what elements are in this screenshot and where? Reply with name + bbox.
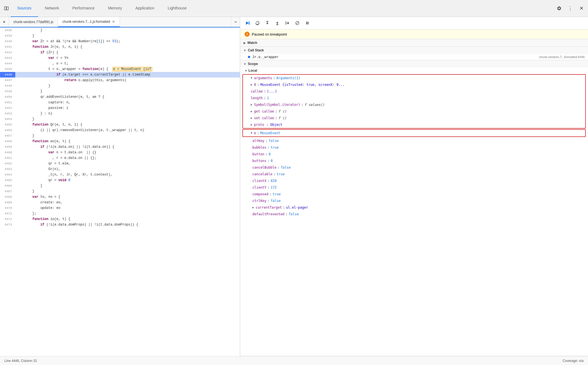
call-stack-arrow-icon: ▼	[243, 49, 246, 52]
settings-icon[interactable]	[555, 4, 564, 13]
symbol-iterator-key: Symbol(Symbol.iterator)	[254, 102, 300, 107]
scope-panel[interactable]: ▼ Local ▼ arguments : Arguments(1) ▶ 0 :	[240, 68, 588, 356]
buttons-key: buttons	[252, 158, 267, 163]
code-editor[interactable]: 4438 }4439 }4440 var Zr = at && !(re && …	[0, 28, 240, 356]
ctrlkey-key: ctrlKey	[252, 198, 267, 203]
clientx-row[interactable]: clientX : 828	[240, 178, 588, 184]
line-number: 4440	[0, 39, 15, 44]
call-stack-header[interactable]: ▼ Call Stack	[240, 47, 588, 54]
line-content: create: eo,	[15, 200, 240, 205]
code-line: 4473 if (!i(e.data.domProps) || !i(t.dat…	[0, 222, 240, 228]
code-line: 4444 , o = t;	[0, 61, 240, 66]
tab-network[interactable]: Network	[38, 0, 66, 17]
deactivate-breakpoints-icon[interactable]	[293, 19, 301, 27]
resume-button[interactable]	[243, 19, 251, 27]
tab-memory[interactable]: Memory	[101, 0, 129, 17]
status-coverage: Coverage: n/a	[563, 359, 584, 363]
button-row[interactable]: button : 0	[240, 151, 588, 158]
panel-toggle-icon[interactable]	[2, 0, 11, 17]
length-key: length	[251, 96, 263, 101]
e-expand-icon[interactable]: ▼	[251, 131, 252, 136]
svg-point-6	[257, 24, 258, 25]
local-header[interactable]: ▼ Local	[240, 68, 588, 74]
arguments-0-val: MouseEvent {isTrusted: true, screenX: 9.…	[260, 82, 345, 87]
e-key: e	[254, 131, 256, 136]
arguments-row[interactable]: ▼ arguments : Arguments(1)	[243, 75, 585, 81]
more-options-icon[interactable]: ⋮	[566, 4, 575, 13]
debug-panel: i Paused on breakpoint ▶ Watch ▼ Call St…	[240, 17, 588, 356]
code-line: 4443 var r = Yn	[0, 55, 240, 61]
code-line: 4470 update: eo	[0, 205, 240, 211]
defaultprevented-val: false	[289, 212, 299, 217]
symbol-iterator-row[interactable]: ▶ Symbol(Symbol.iterator) : f values()	[243, 101, 585, 108]
set-callee-row[interactable]: ▶ set callee : f ()	[243, 115, 585, 121]
tab-application[interactable]: Application	[129, 0, 161, 17]
tab-sources[interactable]: Sources	[11, 0, 38, 17]
main-layout: chunk-vendors.77daf991.js chunk-vendors.…	[0, 17, 588, 356]
clientx-val: 828	[271, 178, 277, 183]
cancelbubble-row[interactable]: cancelBubble : false	[240, 164, 588, 171]
watch-header[interactable]: ▶ Watch	[240, 39, 588, 46]
file-nav-left-icon[interactable]	[0, 17, 9, 27]
e-row[interactable]: ▼ e : MouseEvent	[243, 130, 585, 136]
ctrlkey-row[interactable]: ctrlKey : false	[240, 198, 588, 204]
get-callee-expand-icon[interactable]: ▶	[251, 109, 252, 114]
button-val: 0	[269, 152, 271, 157]
call-stack-fn-name: Jr.o._wrapper	[252, 55, 278, 59]
svg-marker-4	[256, 22, 257, 22]
currenttarget-expand-icon[interactable]: ▶	[252, 205, 254, 210]
proto-expand-icon[interactable]: ▶	[251, 122, 252, 127]
line-content: qr = void 0	[15, 178, 240, 183]
symbol-iterator-val: f values()	[304, 102, 324, 107]
line-content: var Zr = at && !(re && Number(re[1]) <= …	[15, 39, 240, 44]
line-number: 4449	[0, 89, 15, 94]
length-row[interactable]: length : 1	[243, 95, 585, 101]
composed-row[interactable]: composed : true	[240, 191, 588, 198]
step-into-button[interactable]	[263, 19, 271, 27]
step-over-button[interactable]	[253, 19, 261, 27]
code-line: 4442 if (Zr) {	[0, 50, 240, 55]
code-line: 4438 }	[0, 28, 240, 33]
tab-lighthouse[interactable]: Lighthouse	[161, 0, 194, 17]
code-line: 4461 , r = e.data.on || {};	[0, 155, 240, 161]
symbol-iterator-expand-icon[interactable]: ▶	[251, 102, 252, 107]
set-callee-expand-icon[interactable]: ▶	[251, 116, 252, 121]
arguments-0-row[interactable]: ▶ 0 : MouseEvent {isTrusted: true, scree…	[243, 81, 585, 88]
code-panel: chunk-vendors.77daf991.js chunk-vendors.…	[0, 17, 240, 356]
file-tab-more-icon[interactable]	[231, 17, 240, 27]
bubbles-row[interactable]: bubbles : true	[240, 144, 588, 151]
line-content: , r = e.data.on || {};	[15, 155, 240, 161]
line-number: 4454	[0, 116, 15, 122]
step-button[interactable]	[283, 19, 291, 27]
defaultprevented-row[interactable]: defaultPrevented : false	[240, 211, 588, 218]
buttons-row[interactable]: buttons : 0	[240, 158, 588, 164]
file-tab-chunk-vendors[interactable]: chunk-vendors.77daf991.js	[9, 17, 58, 27]
line-number: 4444	[0, 61, 15, 66]
line-number: 4459	[0, 144, 15, 150]
call-stack-item[interactable]: Jr.o._wrapper chunk-vendors.7...formatte…	[240, 54, 588, 60]
line-number: 4439	[0, 33, 15, 39]
get-callee-row[interactable]: ▶ get callee : f ()	[243, 108, 585, 115]
proto-row[interactable]: ▶ proto : Object	[243, 121, 585, 128]
scope-header[interactable]: ▼ Scope	[240, 60, 588, 68]
line-content: function io(e, t) {	[15, 216, 240, 222]
cancelable-row[interactable]: cancelable : true	[240, 171, 588, 178]
tab-performance[interactable]: Performance	[66, 0, 101, 17]
arguments-0-expand-icon[interactable]: ▶	[251, 82, 252, 87]
step-out-button[interactable]	[273, 19, 281, 27]
close-devtools-icon[interactable]: ✕	[577, 4, 586, 13]
line-number: 4448	[0, 83, 15, 89]
line-content: }	[15, 33, 240, 39]
line-number: 4456	[0, 128, 15, 133]
set-callee-key: set callee	[254, 116, 274, 121]
code-line: 4460 var n = t.data.on || {}	[0, 150, 240, 155]
code-line: 4445 t = o._wrapper = function(e) { e = …	[0, 66, 240, 72]
altkey-row[interactable]: altKey : false	[240, 138, 588, 144]
callee-row[interactable]: callee : (...)	[243, 88, 585, 95]
file-tab-close-icon[interactable]: ✕	[112, 19, 115, 24]
currenttarget-row[interactable]: ▶ currentTarget : ul.el-pager	[240, 204, 588, 211]
arguments-expand-icon[interactable]: ▼	[251, 76, 252, 81]
clienty-row[interactable]: clientY : 172	[240, 184, 588, 191]
file-tab-chunk-vendors-formatted[interactable]: chunk-vendors.7...1.js:formatted ✕	[58, 17, 120, 27]
pause-on-exceptions-icon[interactable]	[303, 19, 311, 27]
